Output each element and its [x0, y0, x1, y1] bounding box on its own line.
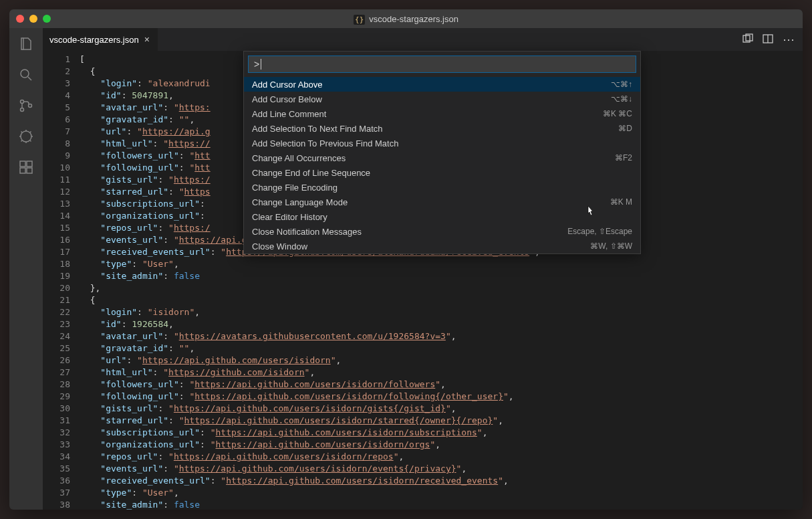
- command-palette-item[interactable]: Change Language Mode⌘K M: [244, 195, 640, 209]
- line-number: 35: [43, 463, 70, 475]
- command-palette-item[interactable]: Add Selection To Previous Find Match: [244, 136, 640, 150]
- line-number: 23: [43, 318, 70, 330]
- line-number: 14: [43, 210, 70, 222]
- debug-icon[interactable]: [17, 127, 35, 146]
- vscode-window: vscode-stargazers.json vscode-stargaze: [9, 9, 803, 510]
- line-number: 1: [43, 54, 70, 66]
- command-label: Add Cursor Below: [252, 94, 322, 104]
- code-line[interactable]: "avatar_url": "https://avatars.githubuse…: [80, 330, 803, 342]
- code-line[interactable]: "following_url": "https://api.github.com…: [80, 391, 803, 403]
- code-line[interactable]: "gists_url": "https://api.github.com/use…: [80, 403, 803, 415]
- open-changes-icon[interactable]: [742, 33, 753, 46]
- command-palette-item[interactable]: Close Window⌘W, ⇧⌘W: [244, 239, 640, 253]
- tab-label: vscode-stargazers.json: [49, 35, 139, 45]
- line-number: 29: [43, 391, 70, 403]
- code-line[interactable]: },: [80, 282, 803, 294]
- command-shortcut: ⌥⌘↑: [611, 80, 632, 89]
- command-label: Close Window: [252, 241, 307, 251]
- line-number: 28: [43, 379, 70, 391]
- files-icon[interactable]: [17, 35, 35, 54]
- minimize-window-button[interactable]: [29, 15, 37, 23]
- code-line[interactable]: "starred_url": "https://api.github.com/u…: [80, 415, 803, 427]
- code-line[interactable]: {: [80, 294, 803, 306]
- command-label: Change End of Line Sequence: [252, 168, 370, 178]
- command-palette-item[interactable]: Change All Occurrences⌘F2: [244, 150, 640, 165]
- command-shortcut: Escape, ⇧Escape: [567, 227, 632, 236]
- line-number: 11: [43, 174, 70, 186]
- command-palette-item[interactable]: Close Notification MessagesEscape, ⇧Esca…: [244, 224, 640, 239]
- line-gutter: 1234567891011121314151617181920212223242…: [43, 51, 80, 510]
- split-editor-icon[interactable]: [763, 33, 773, 46]
- svg-rect-6: [20, 168, 25, 173]
- code-line[interactable]: "site_admin": false: [80, 270, 803, 282]
- command-palette-input[interactable]: >: [248, 56, 636, 73]
- line-number: 17: [43, 246, 70, 258]
- titlebar[interactable]: vscode-stargazers.json: [9, 9, 803, 28]
- command-palette-item[interactable]: Add Line Comment⌘K ⌘C: [244, 106, 640, 121]
- svg-point-2: [21, 108, 24, 112]
- command-label: Add Line Comment: [252, 109, 326, 119]
- line-number: 24: [43, 330, 70, 342]
- command-label: Add Selection To Previous Find Match: [252, 138, 398, 148]
- line-number: 20: [43, 282, 70, 294]
- command-palette-item[interactable]: Add Cursor Below⌥⌘↓: [244, 92, 640, 106]
- line-number: 19: [43, 270, 70, 282]
- close-window-button[interactable]: [16, 15, 24, 23]
- command-shortcut: ⌘W, ⇧⌘W: [590, 241, 632, 251]
- command-palette: > Add Cursor Above⌥⌘↑Add Cursor Below⌥⌘↓…: [243, 51, 641, 254]
- code-line[interactable]: "repos_url": "https://api.github.com/use…: [80, 451, 803, 463]
- command-palette-item[interactable]: Change End of Line Sequence: [244, 165, 640, 180]
- command-label: Change File Encoding: [252, 183, 337, 193]
- line-number: 5: [43, 102, 70, 114]
- command-shortcut: ⌘K ⌘C: [603, 109, 632, 118]
- code-line[interactable]: "gravatar_id": "",: [80, 342, 803, 354]
- command-shortcut: ⌘D: [618, 124, 632, 133]
- line-number: 21: [43, 294, 70, 306]
- code-line[interactable]: "events_url": "https://api.github.com/us…: [80, 463, 803, 475]
- maximize-window-button[interactable]: [43, 15, 51, 23]
- line-number: 7: [43, 126, 70, 138]
- command-palette-item[interactable]: Add Selection To Next Find Match⌘D: [244, 121, 640, 136]
- command-label: Close Notification Messages: [252, 227, 362, 237]
- extensions-icon[interactable]: [17, 158, 35, 177]
- command-label: Change Language Mode: [252, 197, 348, 207]
- code-line[interactable]: "id": 1926584,: [80, 318, 803, 330]
- code-line[interactable]: "type": "User",: [80, 487, 803, 499]
- line-number: 2: [43, 66, 70, 78]
- activity-bar: [9, 28, 43, 510]
- tab-active[interactable]: vscode-stargazers.json ×: [43, 28, 158, 51]
- code-line[interactable]: "type": "User",: [80, 258, 803, 270]
- line-number: 27: [43, 367, 70, 379]
- code-line[interactable]: "followers_url": "https://api.github.com…: [80, 379, 803, 391]
- command-palette-item[interactable]: Change File Encoding: [244, 180, 640, 195]
- traffic-lights: [9, 15, 51, 23]
- code-line[interactable]: "login": "isidorn",: [80, 306, 803, 318]
- close-tab-icon[interactable]: ×: [143, 34, 151, 45]
- line-number: 31: [43, 415, 70, 427]
- line-number: 6: [43, 114, 70, 126]
- tabs-bar: vscode-stargazers.json × ⋯: [43, 28, 803, 51]
- line-number: 25: [43, 342, 70, 354]
- code-line[interactable]: "organizations_url": "https://api.github…: [80, 439, 803, 451]
- command-shortcut: ⌘F2: [615, 153, 632, 163]
- code-line[interactable]: "html_url": "https://github.com/isidorn"…: [80, 367, 803, 379]
- git-icon[interactable]: [17, 96, 35, 115]
- code-line[interactable]: "url": "https://api.github.com/users/isi…: [80, 354, 803, 367]
- code-line[interactable]: "subscriptions_url": "https://api.github…: [80, 427, 803, 439]
- search-icon[interactable]: [17, 66, 35, 84]
- line-number: 26: [43, 354, 70, 367]
- more-actions-icon[interactable]: ⋯: [783, 32, 796, 47]
- line-number: 9: [43, 150, 70, 162]
- code-line[interactable]: "site_admin": false: [80, 499, 803, 510]
- svg-point-1: [21, 100, 24, 104]
- line-number: 36: [43, 475, 70, 487]
- line-number: 37: [43, 487, 70, 499]
- command-label: Change All Occurrences: [252, 153, 346, 163]
- command-shortcut: ⌘K M: [610, 197, 632, 207]
- code-line[interactable]: "received_events_url": "https://api.gith…: [80, 475, 803, 487]
- svg-point-0: [21, 70, 29, 78]
- command-palette-item[interactable]: Clear Editor History: [244, 209, 640, 224]
- command-palette-item[interactable]: Add Cursor Above⌥⌘↑: [244, 77, 640, 92]
- window-title: vscode-stargazers.json: [9, 14, 803, 24]
- line-number: 34: [43, 451, 70, 463]
